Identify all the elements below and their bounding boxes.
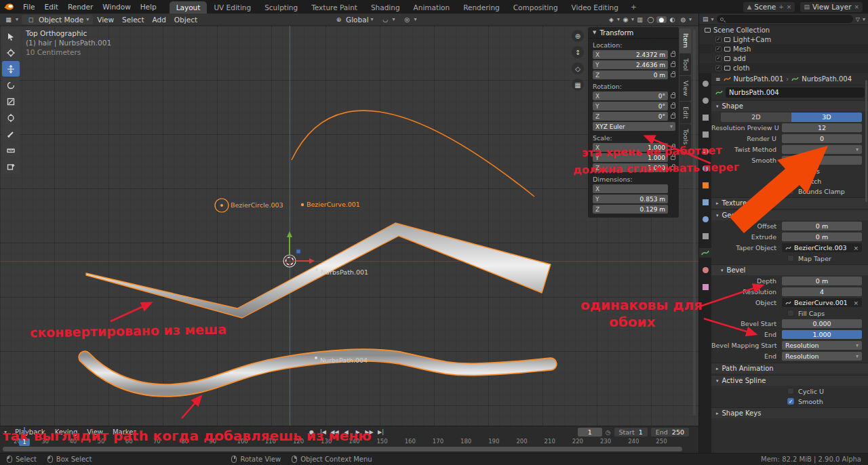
chevron-down-icon[interactable]: ▾ <box>631 16 634 22</box>
annotate-tool[interactable] <box>2 126 20 142</box>
dimensions-field-row[interactable]: Y0.853 m <box>588 194 679 204</box>
breadcrumb-object[interactable]: NurbsPath.001 <box>734 75 784 83</box>
fill-caps-checkbox[interactable] <box>787 310 794 317</box>
tab-texture-properties[interactable] <box>699 282 711 291</box>
tab-output-properties[interactable] <box>699 113 711 122</box>
transport-button[interactable]: |◀ <box>318 428 328 436</box>
tab-material-properties[interactable] <box>699 265 711 275</box>
viewport-menu-item[interactable]: Add <box>149 16 170 24</box>
new-scene-icon[interactable]: + <box>778 3 784 10</box>
dimensions-field-row[interactable]: X <box>588 184 679 194</box>
scrollbar-thumb[interactable] <box>3 447 682 451</box>
viewport-menu-item[interactable]: Select <box>118 16 148 24</box>
menubar-item[interactable]: File <box>18 3 40 11</box>
panel-header-texture-space[interactable]: ▸Texture Space <box>711 197 868 208</box>
orientation-dropdown[interactable]: ⊕ Global▾ <box>330 16 377 24</box>
transport-button[interactable]: ◀ <box>341 428 351 436</box>
workspace-tab[interactable]: Compositing <box>507 1 565 14</box>
toggle-3d[interactable]: 3D <box>791 113 862 122</box>
mode-dropdown[interactable]: ◻ Object Mode▾ <box>22 15 93 24</box>
playhead-line[interactable] <box>24 427 25 439</box>
tab-constraint-properties[interactable] <box>699 231 711 241</box>
clear-icon[interactable]: × <box>853 300 859 306</box>
editor-type-button[interactable]: ▦▾ <box>0 16 22 23</box>
chevron-down-icon[interactable]: ▾ <box>0 429 7 435</box>
shading-wireframe-icon[interactable]: ◯ <box>646 16 656 23</box>
bevel-resolution-field[interactable]: 4 <box>782 287 862 296</box>
panel-header-shape-keys[interactable]: ▸Shape Keys <box>711 407 868 418</box>
panel-header-path-animation[interactable]: ▸Path Animation <box>711 363 868 373</box>
taper-object-field[interactable]: BezierCircle.003× <box>782 243 862 252</box>
filter-icon[interactable]: ▽ <box>856 16 860 22</box>
sidebar-tab[interactable]: Item <box>679 28 691 53</box>
extrude-field[interactable]: 0 m <box>782 232 862 241</box>
gizmo-toggle-icon[interactable]: ◈ <box>606 16 616 23</box>
tab-world-properties[interactable] <box>699 163 711 173</box>
remove-view-layer-icon[interactable]: × <box>854 3 859 10</box>
lock-icon[interactable] <box>671 104 675 108</box>
tab-tool-properties[interactable] <box>699 79 711 88</box>
exclude-checkbox[interactable]: ✓ <box>715 37 722 43</box>
pan-icon[interactable]: ↕ <box>572 46 584 58</box>
outliner-editor-icon[interactable]: ▤ <box>703 16 709 22</box>
zoom-icon[interactable]: ⊕ <box>572 30 584 42</box>
bevel-end-slider[interactable]: 1.000 <box>782 330 862 339</box>
menubar-item[interactable]: Render <box>63 3 98 11</box>
add-workspace-button[interactable]: + <box>625 3 642 11</box>
outliner-search-input[interactable] <box>717 15 853 23</box>
location-field-row[interactable]: Y2.4636 m <box>588 60 679 70</box>
rotation-field-row[interactable]: Z0° <box>588 111 679 121</box>
lock-icon[interactable] <box>671 94 675 98</box>
panel-header-shape[interactable]: ▾Shape <box>711 100 868 111</box>
blender-logo-icon[interactable] <box>3 3 14 11</box>
panel-header-bevel[interactable]: ▾Bevel <box>711 264 868 275</box>
menubar-item[interactable]: Edit <box>40 3 63 11</box>
toggle-2d[interactable]: 2D <box>721 113 791 122</box>
measure-tool[interactable] <box>2 142 20 158</box>
transform-panel-header[interactable]: ▼ Transform <box>588 27 679 39</box>
radius-checkbox[interactable] <box>787 167 794 174</box>
shading-material-icon[interactable]: ◐ <box>667 16 677 23</box>
sidebar-tab[interactable]: View <box>679 76 691 101</box>
map-taper-checkbox[interactable] <box>787 255 794 262</box>
scale-tool[interactable] <box>2 94 20 109</box>
timeline-ruler[interactable]: 2030405060708090100110120130140150160170… <box>0 438 698 445</box>
workspace-tab[interactable]: Video Editing <box>565 1 625 14</box>
viewport-menu-item[interactable]: View <box>93 16 118 24</box>
exclude-checkbox[interactable]: ✓ <box>715 65 722 71</box>
viewport-scrollbar[interactable] <box>693 29 696 416</box>
scale-field-row[interactable]: Z1.000 <box>588 163 679 173</box>
dimensions-field-row[interactable]: Z0.129 m <box>588 204 679 214</box>
frame-end-field[interactable]: End250 <box>651 428 689 437</box>
transport-button[interactable]: ▶ <box>353 428 363 436</box>
menubar-item[interactable]: Window <box>98 3 135 11</box>
workspace-tab[interactable]: Layout <box>170 1 208 14</box>
rotation-field-row[interactable]: X0° <box>588 91 679 101</box>
tab-physics-properties[interactable] <box>699 214 711 224</box>
bevel-depth-field[interactable]: 0 m <box>782 277 862 285</box>
cyclic-checkbox[interactable] <box>787 388 794 395</box>
chevron-down-icon[interactable]: ▾ <box>711 16 714 22</box>
workspace-tab[interactable]: Rendering <box>456 1 507 14</box>
playhead-frame-badge[interactable]: 1 <box>19 439 30 446</box>
lock-icon[interactable] <box>671 73 675 77</box>
bevel-start-slider[interactable]: 0.000 <box>782 319 862 328</box>
chevron-down-icon[interactable]: ▾ <box>863 16 865 22</box>
outliner-collection-row[interactable]: ✓ Light+Cam <box>699 35 868 44</box>
workspace-tab[interactable]: Animation <box>407 1 457 14</box>
bevel-object-field[interactable]: BezierCurve.001× <box>782 298 862 307</box>
sidebar-tab[interactable]: Edit <box>679 102 691 123</box>
shading-solid-icon[interactable]: ● <box>656 16 667 23</box>
xray-toggle-icon[interactable]: ▥ <box>635 16 645 23</box>
properties-editor-icon[interactable]: ≡ <box>715 76 721 83</box>
timeline-scrollbar[interactable] <box>0 445 698 453</box>
datablock-name-field[interactable]: NurbsPath.004 <box>726 87 865 98</box>
stretch-checkbox[interactable] <box>787 178 794 184</box>
rotation-field-row[interactable]: Y0° <box>588 101 679 111</box>
workspace-tab[interactable]: UV Editing <box>207 1 258 14</box>
sidebar-tab[interactable]: Tool <box>679 54 691 75</box>
move-tool[interactable] <box>2 61 20 77</box>
unlink-scene-icon[interactable]: × <box>787 3 792 10</box>
menubar-item[interactable]: Help <box>136 3 161 11</box>
timeline-menu-item[interactable]: Playback <box>11 428 50 436</box>
